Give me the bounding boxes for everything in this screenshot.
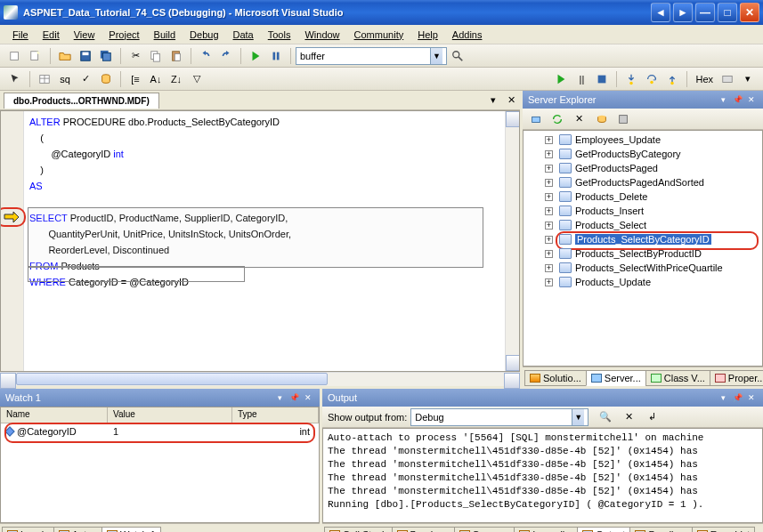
tab-properties[interactable]: Proper... <box>710 370 763 386</box>
tab-immediate[interactable]: Immedi... <box>514 527 578 532</box>
expand-icon[interactable]: + <box>545 207 553 215</box>
tab-pending[interactable]: Pendin... <box>629 527 692 532</box>
menu-community[interactable]: Community <box>347 28 411 42</box>
tab-command[interactable]: Comm... <box>454 527 515 532</box>
tree-item-products_update[interactable]: +Products_Update <box>524 275 762 289</box>
select-button[interactable] <box>5 69 25 89</box>
expand-icon[interactable]: + <box>545 179 553 187</box>
expand-icon[interactable]: + <box>545 150 553 158</box>
add-server-button[interactable] <box>613 109 633 129</box>
sort-asc-button[interactable]: A↓ <box>146 69 166 89</box>
menu-view[interactable]: View <box>67 28 102 42</box>
table-button[interactable] <box>35 69 54 89</box>
doc-dropdown-button[interactable]: ▾ <box>486 93 500 108</box>
output-close[interactable]: ✕ <box>745 391 758 404</box>
menu-window[interactable]: Window <box>297 28 346 42</box>
tab-output[interactable]: Output <box>577 527 630 532</box>
overflow-button[interactable]: ▾ <box>738 69 758 89</box>
output-pin[interactable]: 📌 <box>731 391 743 404</box>
expand-icon[interactable]: + <box>545 250 553 258</box>
tab-breakpoints[interactable]: Breakp... <box>392 527 455 532</box>
paste-button[interactable] <box>166 46 186 66</box>
step-over-button[interactable] <box>642 69 662 89</box>
tree-item-products_selectbycategoryid[interactable]: +Products_SelectByCategoryID <box>524 232 762 246</box>
watch-pin[interactable]: 📌 <box>288 391 300 404</box>
redo-button[interactable] <box>216 46 236 66</box>
sql-code-editor[interactable]: ALTER PROCEDURE dbo.Products_SelectByCat… <box>24 111 505 371</box>
add-item-button[interactable] <box>26 46 45 66</box>
step-into-button[interactable] <box>621 69 641 89</box>
pause-button[interactable] <box>266 46 286 66</box>
tab-server[interactable]: Server... <box>586 370 646 386</box>
output-source-combo[interactable]: Debug▼ <box>410 408 588 426</box>
stop-refresh-button[interactable]: ✕ <box>569 109 588 129</box>
sort-desc-button[interactable]: Z↓ <box>166 69 186 89</box>
watch-grid[interactable]: Name Value Type @CategoryID 1 int <box>0 407 320 523</box>
panel-dropdown-button[interactable]: ▾ <box>717 93 729 106</box>
menu-debug[interactable]: Debug <box>183 28 225 42</box>
tree-item-products_delete[interactable]: +Products_Delete <box>524 189 762 204</box>
save-button[interactable] <box>76 46 95 66</box>
search-combo[interactable]: buffer ▼ <box>296 47 447 65</box>
watch-dropdown[interactable]: ▾ <box>273 391 286 404</box>
output-dropdown[interactable]: ▾ <box>717 391 729 404</box>
menu-tools[interactable]: Tools <box>261 28 298 42</box>
output-text[interactable]: Auto-attach to process '[5564] [SQL] mon… <box>322 428 763 523</box>
expand-icon[interactable]: + <box>545 193 553 201</box>
panel-close-button[interactable]: ✕ <box>745 93 758 106</box>
panel-pin-button[interactable]: 📌 <box>731 93 743 106</box>
server-explorer-tree[interactable]: +Employees_Update+GetProductsByCategory+… <box>523 130 763 367</box>
menu-help[interactable]: Help <box>410 28 445 42</box>
output-wrap-button[interactable]: ↲ <box>642 407 662 427</box>
minimize-button[interactable]: — <box>695 3 715 22</box>
tab-autos[interactable]: Autos <box>53 527 102 532</box>
db-button[interactable] <box>96 69 116 89</box>
expand-icon[interactable]: + <box>545 136 553 144</box>
stop-button[interactable] <box>592 69 612 89</box>
expand-icon[interactable]: + <box>545 222 553 230</box>
expand-icon[interactable]: + <box>545 264 553 272</box>
tree-item-products_selectbyproductid[interactable]: +Products_SelectByProductID <box>524 246 762 261</box>
copy-button[interactable] <box>146 46 166 66</box>
active-doc-tab[interactable]: dbo.Products...ORTHWND.MDF) <box>4 93 159 109</box>
find-button[interactable] <box>448 46 467 66</box>
watch-col-value[interactable]: Value <box>108 407 232 423</box>
open-button[interactable] <box>55 46 75 66</box>
tab-classview[interactable]: Class V... <box>645 370 710 386</box>
tree-item-getproductspaged[interactable]: +GetProductsPaged <box>524 161 762 175</box>
tree-item-getproductspagedandsorted[interactable]: +GetProductsPagedAndSorted <box>524 175 762 189</box>
menu-project[interactable]: Project <box>101 28 146 42</box>
tab-solution[interactable]: Solutio... <box>524 370 587 386</box>
new-project-button[interactable] <box>5 46 25 66</box>
tab-locals[interactable]: Locals <box>2 527 54 532</box>
tree-item-employees_update[interactable]: +Employees_Update <box>524 133 762 147</box>
menu-edit[interactable]: Edit <box>36 28 67 42</box>
connect-button[interactable] <box>526 109 546 129</box>
menu-file[interactable]: File <box>5 28 36 42</box>
tab-errorlist[interactable]: Error List <box>692 527 756 532</box>
expand-icon[interactable]: + <box>545 278 553 286</box>
tab-watch1[interactable]: Watch 1 <box>101 527 161 532</box>
break-button[interactable]: || <box>572 69 591 89</box>
expand-icon[interactable]: + <box>545 165 553 173</box>
expand-icon[interactable]: + <box>545 236 553 244</box>
cut-button[interactable]: ✂ <box>126 46 145 66</box>
tree-item-getproductsbycategory[interactable]: +GetProductsByCategory <box>524 147 762 161</box>
sql-button[interactable]: sq <box>55 69 75 89</box>
menu-data[interactable]: Data <box>226 28 261 42</box>
output-clear-button[interactable]: ✕ <box>619 407 638 427</box>
editor-hscrollbar[interactable] <box>0 372 520 386</box>
maximize-button[interactable]: □ <box>718 3 737 22</box>
step-out-button[interactable] <box>662 69 682 89</box>
hex-toggle[interactable] <box>718 69 737 89</box>
doc-close-button[interactable]: ✕ <box>504 93 518 108</box>
tree-item-products_select[interactable]: +Products_Select <box>524 218 762 232</box>
undo-button[interactable] <box>196 46 215 66</box>
editor-vscrollbar[interactable] <box>505 111 519 371</box>
run-button[interactable] <box>246 46 265 66</box>
menu-addins[interactable]: Addins <box>445 28 490 42</box>
continue-button[interactable] <box>551 69 571 89</box>
verify-button[interactable]: ✓ <box>76 69 95 89</box>
filter-button[interactable]: ▽ <box>187 69 207 89</box>
close-button[interactable]: ✕ <box>740 3 759 22</box>
